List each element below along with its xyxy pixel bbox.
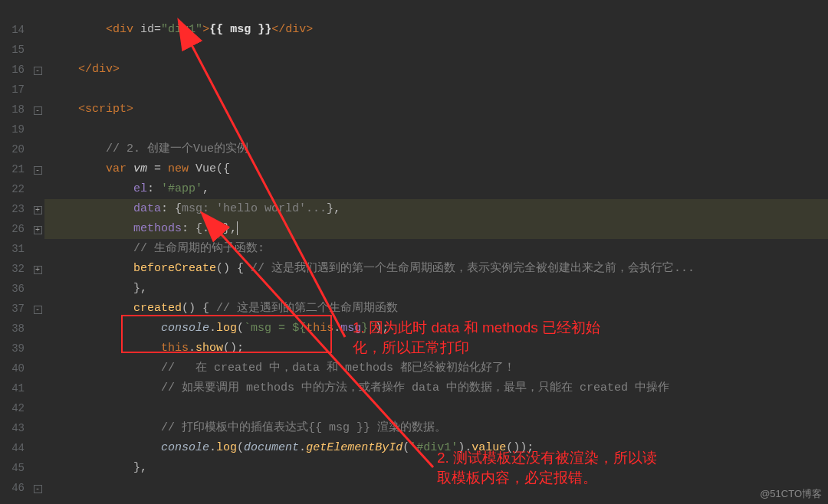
line-number-gutter: 1415 161718 192021 222326 313236 373839 … [0,0,31,504]
code-line[interactable]: // 如果要调用 methods 中的方法，或者操作 data 中的数据，最早，… [44,378,828,398]
code-line[interactable]: // 在 created 中，data 和 methods 都已经被初始化好了！ [44,358,828,378]
code-line[interactable] [44,40,828,60]
code-line[interactable]: el: '#app', [44,179,828,199]
code-line[interactable]: // 生命周期的钩子函数: [44,239,828,259]
code-line[interactable]: this.show(); [44,339,828,358]
fold-gutter: - - - + + + - - [31,0,44,504]
code-line[interactable]: // 打印模板中的插值表达式{{ msg }} 渲染的数据。 [44,418,828,438]
code-line[interactable]: data: {msg: 'hello world'...}, [44,199,828,219]
code-line[interactable]: console.log(`msg = ${this.msg}`); [44,319,828,339]
code-area[interactable]: <div id="div1">{{ msg }}</div> </div> <s… [44,0,828,504]
code-line[interactable]: }, [44,279,828,299]
watermark: @51CTO博客 [760,487,822,501]
text-cursor [237,221,238,235]
fold-toggle[interactable]: + [34,206,42,214]
code-line[interactable]: methods: {...}, [44,219,828,239]
code-line[interactable]: beforeCreate() { // 这是我们遇到的第一个生命周期函数，表示实… [44,259,828,279]
fold-toggle[interactable]: - [34,67,42,75]
fold-toggle[interactable]: - [34,166,42,175]
fold-toggle[interactable]: - [34,106,42,115]
code-line[interactable]: var vm = new Vue({ [44,159,828,179]
code-line[interactable] [44,0,828,20]
code-line[interactable]: <div id="div1">{{ msg }}</div> [44,20,828,40]
fold-toggle[interactable]: + [34,226,42,234]
code-line[interactable]: console.log(document.getElementById('#di… [44,438,828,458]
code-line[interactable] [44,119,828,139]
code-line[interactable]: </div> [44,60,828,80]
fold-toggle[interactable]: - [34,306,42,314]
code-line[interactable]: <script> [44,100,828,119]
fold-toggle[interactable]: + [34,266,42,274]
code-line[interactable]: // 2. 创建一个Vue的实例 [44,139,828,159]
code-line[interactable] [44,80,828,100]
code-line[interactable] [44,478,828,498]
fold-toggle[interactable]: - [34,485,42,493]
code-line[interactable]: created() { // 这是遇到的第二个生命周期函数 [44,299,828,319]
code-line[interactable] [44,398,828,418]
code-editor[interactable]: 1415 161718 192021 222326 313236 373839 … [0,0,828,504]
code-line[interactable]: }, [44,458,828,478]
